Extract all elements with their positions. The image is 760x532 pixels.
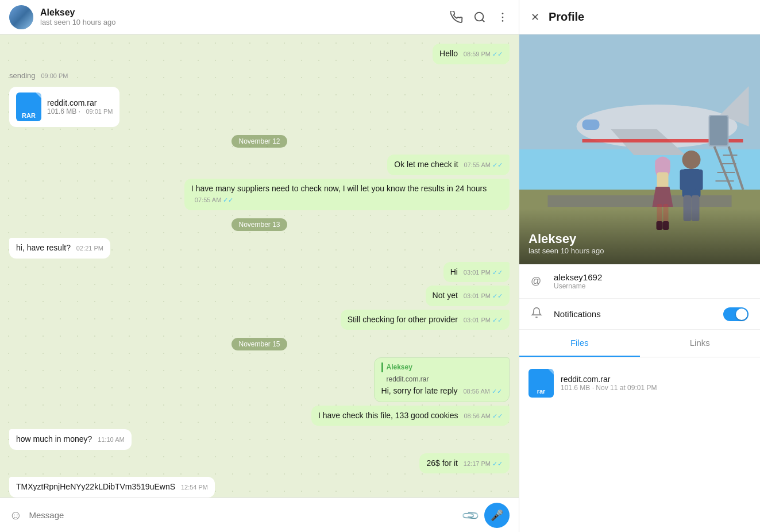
table-row: hi, have result? 02:21 PM [9, 238, 510, 259]
file-item-name: reddit.com.rar [561, 375, 751, 384]
message-bubble: how much in money? 11:10 AM [9, 429, 132, 450]
profile-header: ✕ Profile [519, 0, 760, 34]
chat-input-area: ☺ 📎 🎤 [0, 498, 519, 532]
message-bubble: I have check this file, 133 good cookies… [311, 406, 510, 426]
svg-point-21 [682, 151, 701, 169]
table-row: Aleksey reddit.com.rar Hi, sorry for lat… [9, 357, 510, 402]
profile-overlay-name: Aleksey [528, 232, 751, 246]
search-icon[interactable] [473, 10, 487, 24]
close-button[interactable]: ✕ [531, 11, 539, 24]
svg-point-3 [502, 20, 504, 22]
svg-point-2 [502, 16, 504, 18]
message-bubble: Still checking for other provider 03:01 … [341, 310, 510, 330]
at-icon: @ [531, 275, 545, 287]
tab-links[interactable]: Links [640, 330, 761, 357]
svg-rect-14 [710, 116, 728, 145]
message-input[interactable] [29, 510, 456, 520]
profile-panel: ✕ Profile [519, 0, 760, 532]
chat-header: Aleksey last seen 10 hours ago [0, 0, 519, 34]
table-row: Still checking for other provider 03:01 … [9, 310, 510, 330]
file-type-icon: rar [528, 369, 554, 398]
table-row: Ok let me check it 07:55 AM ✓✓ [9, 155, 510, 175]
table-row: rar reddit.com.rar 101.6 MB · 09:01 PM [9, 87, 510, 127]
profile-cover: Aleksey last seen 10 hours ago [519, 34, 760, 264]
notifications-content: Notifications [554, 309, 723, 319]
username-label: Username [554, 282, 749, 290]
notifications-row: Notifications [519, 299, 760, 330]
table-row: Hello 08:59 PM ✓✓ [9, 44, 510, 64]
more-options-icon[interactable] [496, 10, 510, 24]
table-row: Hi 03:01 PM ✓✓ [9, 262, 510, 283]
message-bubble: Aleksey reddit.com.rar Hi, sorry for lat… [374, 357, 510, 402]
messages-area: Hello 08:59 PM ✓✓ sending 09:00 PM rar r… [0, 34, 519, 498]
table-row: sending 09:00 PM [9, 68, 510, 84]
file-icon: rar [16, 92, 41, 121]
header-actions [450, 10, 510, 24]
profile-files: rar reddit.com.rar 101.6 MB · Nov 11 at … [519, 357, 760, 409]
avatar [9, 5, 33, 29]
svg-point-1 [502, 13, 504, 14]
message-bubble: I have many suppliers need to check now,… [184, 179, 510, 210]
contact-name: Aleksey [40, 7, 450, 18]
file-item-info: reddit.com.rar 101.6 MB · Nov 11 at 09:0… [561, 375, 751, 392]
microphone-icon: 🎤 [491, 509, 503, 522]
date-divider: November 12 [9, 135, 510, 148]
toggle-switch[interactable] [723, 307, 749, 321]
profile-info: @ aleksey1692 Username Notifications [519, 264, 760, 330]
notifications-toggle[interactable] [723, 307, 749, 321]
message-status: sending 09:00 PM [9, 68, 68, 84]
emoji-button[interactable]: ☺ [9, 508, 22, 523]
message-bubble: hi, have result? 02:21 PM [9, 238, 110, 259]
svg-rect-23 [680, 169, 688, 190]
profile-name-overlay: Aleksey last seen 10 hours ago [519, 209, 760, 264]
date-divider: November 13 [9, 218, 510, 231]
table-row: how much in money? 11:10 AM [9, 429, 510, 450]
svg-rect-11 [582, 119, 600, 130]
username-content: aleksey1692 Username [554, 272, 749, 290]
svg-marker-29 [653, 187, 673, 207]
svg-rect-7 [548, 195, 732, 207]
message-bubble: Hello 08:59 PM ✓✓ [433, 44, 510, 64]
message-bubble: Hi 03:01 PM ✓✓ [443, 262, 510, 283]
bell-icon [531, 307, 545, 321]
phone-icon[interactable] [450, 10, 464, 24]
file-info: reddit.com.rar 101.6 MB · 09:01 PM [47, 98, 113, 115]
message-bubble: TMXyztRpnjHeNYy22kLDibTVm3519uEwnS 12:54… [9, 477, 215, 498]
profile-overlay-status: last seen 10 hours ago [528, 246, 751, 255]
message-bubble: Ok let me check it 07:55 AM ✓✓ [387, 155, 510, 175]
list-item: rar reddit.com.rar 101.6 MB · Nov 11 at … [528, 364, 751, 402]
table-row: TMXyztRpnjHeNYy22kLDibTVm3519uEwnS 12:54… [9, 477, 510, 498]
username-value: aleksey1692 [554, 272, 749, 282]
contact-info: Aleksey last seen 10 hours ago [40, 7, 450, 26]
notifications-label: Notifications [554, 309, 723, 319]
attach-button[interactable]: 📎 [460, 505, 480, 525]
date-divider: November 15 [9, 338, 510, 350]
table-row: 26$ for it 12:17 PM ✓✓ [9, 453, 510, 474]
svg-point-0 [475, 12, 484, 21]
contact-status: last seen 10 hours ago [40, 18, 450, 26]
profile-tabs: Files Links [519, 330, 760, 357]
file-bubble: rar reddit.com.rar 101.6 MB · 09:01 PM [9, 87, 119, 127]
voice-button[interactable]: 🎤 [484, 503, 510, 528]
table-row: Not yet 03:01 PM ✓✓ [9, 286, 510, 306]
profile-title: Profile [549, 10, 584, 24]
username-row: @ aleksey1692 Username [519, 264, 760, 299]
table-row: I have many suppliers need to check now,… [9, 179, 510, 210]
message-bubble: Not yet 03:01 PM ✓✓ [426, 286, 510, 306]
chat-panel: Aleksey last seen 10 hours ago [0, 0, 519, 532]
file-item-meta: 101.6 MB · Nov 11 at 09:01 PM [561, 384, 751, 392]
table-row: I have check this file, 133 good cookies… [9, 406, 510, 426]
message-bubble: 26$ for it 12:17 PM ✓✓ [419, 453, 510, 474]
tab-files[interactable]: Files [519, 330, 640, 357]
svg-rect-24 [695, 169, 703, 190]
